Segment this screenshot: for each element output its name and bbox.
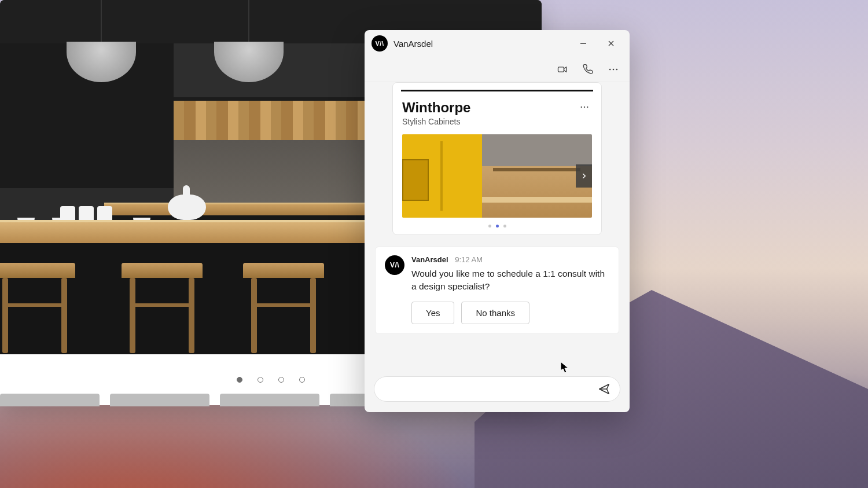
product-more-button[interactable] [577, 100, 592, 115]
svg-rect-3 [558, 67, 564, 71]
product-subtitle: Stylish Cabinets [402, 117, 470, 126]
svg-point-6 [616, 68, 618, 70]
product-image [402, 134, 592, 218]
chat-toolbar [365, 57, 630, 82]
svg-point-8 [584, 107, 585, 108]
thumbnail[interactable] [220, 394, 319, 406]
chat-window: V/\ VanArsdel [365, 30, 630, 412]
yes-button[interactable]: Yes [411, 302, 454, 324]
thumbnail[interactable] [0, 394, 100, 406]
chat-message-area: Winthorpe Stylish Cabinets [365, 82, 630, 370]
sender-name: VanArsdel [411, 255, 448, 264]
audio-call-button[interactable] [576, 59, 599, 80]
carousel-dot[interactable] [258, 377, 263, 383]
carousel-dot[interactable] [237, 377, 242, 383]
message-time: 9:12 AM [455, 255, 483, 264]
minimize-button[interactable] [572, 34, 595, 53]
svg-point-9 [587, 107, 588, 108]
svg-point-5 [613, 68, 615, 70]
sender-avatar: V/\ [385, 255, 404, 324]
app-logo: V/\ [372, 35, 388, 52]
chat-title: VanArsdel [393, 39, 433, 49]
video-call-button[interactable] [551, 59, 574, 80]
product-dot[interactable] [488, 225, 491, 228]
more-options-button[interactable] [602, 59, 625, 80]
carousel-dot[interactable] [299, 377, 305, 383]
product-dot[interactable] [503, 225, 506, 228]
product-title: Winthorpe [402, 100, 470, 116]
composer [365, 370, 630, 412]
close-button[interactable] [599, 34, 623, 53]
carousel-dot[interactable] [278, 377, 284, 383]
product-carousel-dots [402, 225, 592, 228]
message-text: Would you like me to schedule a 1:1 cons… [411, 267, 609, 293]
product-next-button[interactable] [576, 164, 592, 188]
message-input[interactable] [385, 384, 594, 394]
thumbnail[interactable] [110, 394, 209, 406]
no-thanks-button[interactable]: No thanks [461, 302, 529, 324]
chat-titlebar: V/\ VanArsdel [365, 30, 630, 57]
product-dot[interactable] [496, 225, 499, 228]
svg-point-7 [581, 107, 582, 108]
product-card: Winthorpe Stylish Cabinets [392, 82, 602, 235]
send-button[interactable] [594, 379, 614, 399]
svg-point-4 [609, 68, 611, 70]
chat-message: V/\ VanArsdel 9:12 AM Would you like me … [375, 247, 619, 334]
